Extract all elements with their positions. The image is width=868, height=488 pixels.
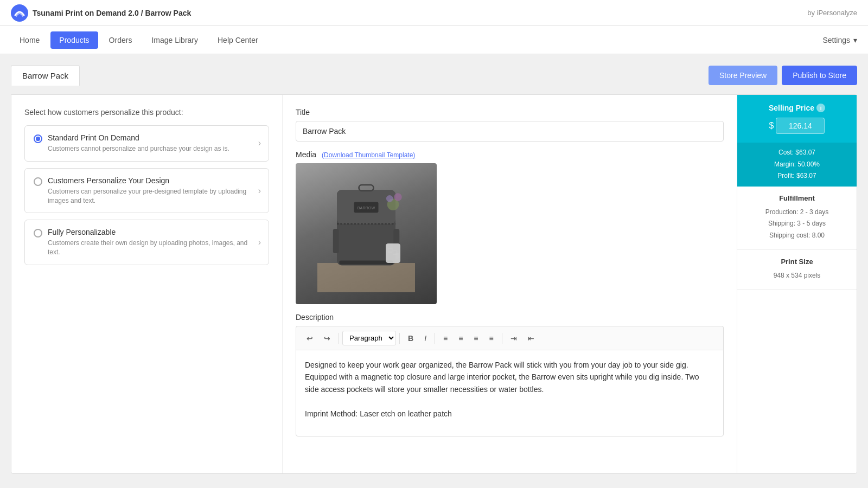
price-details: Cost: $63.07 Margin: 50.00% Profit: $63.… — [737, 143, 857, 187]
print-size-value: 948 x 534 pixels — [746, 270, 848, 282]
page-title-tab: Barrow Pack — [11, 65, 80, 86]
paragraph-select[interactable]: Paragraph — [342, 331, 396, 345]
shipping-line: Shipping: 3 - 5 days — [746, 218, 848, 230]
current-page: Barrow Pack — [145, 9, 191, 17]
by-label: by iPersonalyze — [807, 9, 857, 17]
toolbar-separator-1 — [339, 333, 339, 344]
svg-text:BARROW: BARROW — [358, 206, 375, 210]
title-input[interactable] — [296, 121, 724, 142]
nav-help-center[interactable]: Help Center — [209, 31, 267, 49]
option-standard[interactable]: Standard Print On Demand Customers canno… — [24, 125, 269, 162]
option-content-personalize: Customers Personalize Your Design Custom… — [48, 176, 260, 206]
option-content-fully: Fully Personalizable Customers create th… — [48, 228, 260, 257]
app-name-text: Tsunami Print on Demand 2.0 — [33, 9, 139, 17]
toolbar-separator-3 — [435, 333, 435, 344]
option-radio-standard — [34, 134, 42, 143]
page-header: Barrow Pack Store Preview Publish to Sto… — [11, 65, 857, 86]
align-center-button[interactable]: ≡ — [454, 331, 468, 345]
shipping-cost-line: Shipping cost: 8.00 — [746, 230, 848, 242]
selling-price-label: Selling Price — [769, 104, 814, 112]
fulfillment-title: Fulfillment — [746, 194, 848, 202]
editor-toolbar: ↩ ↪ Paragraph B I ≡ ≡ ≡ ≡ ⇥ ⇤ — [296, 326, 724, 350]
nav-home[interactable]: Home — [11, 31, 48, 49]
svg-point-13 — [386, 195, 393, 202]
option-radio-personalize — [34, 177, 42, 186]
option-desc-standard: Customers cannot personalize and purchas… — [48, 144, 260, 153]
align-left-button[interactable]: ≡ — [438, 331, 452, 345]
svg-point-12 — [394, 193, 401, 201]
nav-products[interactable]: Products — [50, 31, 98, 49]
print-size-title: Print Size — [746, 258, 848, 266]
svg-rect-9 — [333, 229, 339, 253]
right-panel: Selling Price i $ Cost: $63.07 Margin: 5… — [737, 95, 857, 473]
nav-orders[interactable]: Orders — [100, 31, 141, 49]
chevron-down-icon: ▾ — [853, 36, 857, 44]
nav-settings[interactable]: Settings ▾ — [822, 36, 857, 44]
description-text: Designed to keep your work gear organize… — [305, 359, 714, 395]
middle-panel: Title Media (Download Thumbnail Template… — [283, 95, 737, 473]
option-arrow-personalize: › — [258, 186, 261, 196]
production-line: Production: 2 - 3 days — [746, 207, 848, 219]
store-preview-button[interactable]: Store Preview — [709, 66, 777, 85]
backpack-svg: BARROW — [317, 174, 415, 293]
main-content: Barrow Pack Store Preview Publish to Sto… — [0, 54, 868, 485]
title-label: Title — [296, 108, 724, 117]
fulfillment-section: Fulfillment Production: 2 - 3 days Shipp… — [737, 187, 857, 250]
indent-button[interactable]: ⇥ — [506, 331, 522, 345]
svg-rect-1 — [317, 263, 415, 292]
align-right-button[interactable]: ≡ — [469, 331, 483, 345]
panel-subtitle: Select how customers personalize this pr… — [24, 108, 269, 117]
app-name: Tsunami Print on Demand 2.0 / Barrow Pac… — [33, 9, 191, 17]
download-thumbnail-link[interactable]: (Download Thumbnail Template) — [322, 151, 415, 159]
option-fully-personalizable[interactable]: Fully Personalizable Customers create th… — [24, 220, 269, 265]
dollar-sign: $ — [769, 121, 774, 131]
nav-image-library[interactable]: Image Library — [143, 31, 207, 49]
settings-label: Settings — [822, 36, 850, 44]
italic-button[interactable]: I — [419, 331, 431, 345]
selling-price-title: Selling Price i — [746, 104, 848, 112]
option-title-fully: Fully Personalizable — [48, 228, 260, 236]
content-area: Select how customers personalize this pr… — [11, 94, 857, 474]
print-size-section: Print Size 948 x 534 pixels — [737, 250, 857, 290]
media-label-text: Media — [296, 150, 316, 159]
selling-price-box: Selling Price i $ — [737, 95, 857, 143]
price-input-row: $ — [746, 118, 848, 134]
separator: / — [141, 9, 143, 17]
publish-button[interactable]: Publish to Store — [782, 66, 857, 85]
bold-button[interactable]: B — [403, 331, 418, 345]
toolbar-separator-4 — [502, 333, 502, 344]
topbar: Tsunami Print on Demand 2.0 / Barrow Pac… — [0, 0, 868, 26]
topbar-left: Tsunami Print on Demand 2.0 / Barrow Pac… — [11, 4, 191, 22]
option-radio-fully — [34, 229, 42, 237]
option-desc-personalize: Customers can personalize your pre-desig… — [48, 187, 260, 206]
undo-button[interactable]: ↩ — [302, 331, 318, 345]
option-desc-fully: Customers create their own design by upl… — [48, 239, 260, 257]
left-panel: Select how customers personalize this pr… — [11, 95, 283, 473]
app-logo — [11, 4, 28, 22]
editor-body[interactable]: Designed to keep your work gear organize… — [296, 350, 724, 436]
outdent-button[interactable]: ⇤ — [523, 331, 539, 345]
redo-button[interactable]: ↪ — [319, 331, 335, 345]
option-arrow-fully: › — [258, 237, 261, 247]
option-title-standard: Standard Print On Demand — [48, 133, 260, 142]
page-actions: Store Preview Publish to Store — [709, 66, 857, 85]
desc-label: Description — [296, 313, 724, 322]
option-arrow-standard: › — [258, 138, 261, 148]
imprint-text: Imprint Method: Laser etch on leather pa… — [305, 408, 714, 420]
align-justify-button[interactable]: ≡ — [484, 331, 499, 345]
option-content-standard: Standard Print On Demand Customers canno… — [48, 133, 260, 153]
option-personalize[interactable]: Customers Personalize Your Design Custom… — [24, 168, 269, 214]
svg-rect-8 — [340, 261, 393, 265]
profit-line: Profit: $63.07 — [746, 170, 848, 182]
cost-line: Cost: $63.07 — [746, 147, 848, 159]
margin-line: Margin: 50.00% — [746, 159, 848, 171]
navbar: Home Products Orders Image Library Help … — [0, 26, 868, 54]
info-icon: i — [816, 104, 825, 112]
toolbar-separator-2 — [399, 333, 400, 344]
page-title: Barrow Pack — [22, 71, 68, 80]
option-title-personalize: Customers Personalize Your Design — [48, 176, 260, 185]
product-image: BARROW — [296, 163, 437, 304]
price-input[interactable] — [776, 118, 825, 134]
media-label: Media (Download Thumbnail Template) — [296, 150, 724, 159]
